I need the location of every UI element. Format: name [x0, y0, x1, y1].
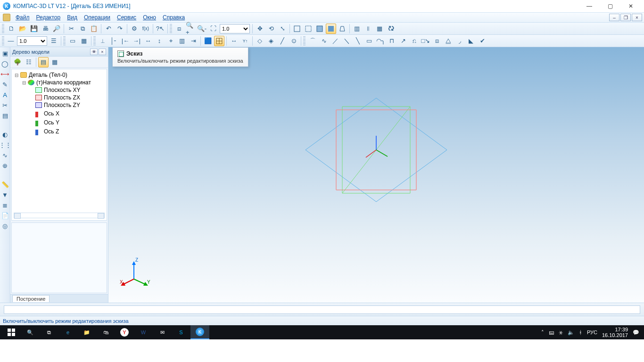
zoom-out-button[interactable]: 🔍-	[197, 24, 207, 34]
wireframe-button[interactable]	[292, 24, 302, 34]
toolbar-grip[interactable]	[2, 24, 4, 33]
line-weight-combo[interactable]: 1.0	[17, 36, 47, 46]
tree-btn-3[interactable]: ▤	[38, 57, 49, 67]
menu-window[interactable]: Окно	[140, 13, 159, 22]
pan-button[interactable]: ✥	[255, 24, 265, 34]
menu-view[interactable]: Вид	[64, 13, 81, 22]
sketch-solve-button[interactable]: ✔	[477, 36, 487, 46]
tree-plane-zy[interactable]: Плоскость ZY	[29, 101, 106, 109]
help-context-button[interactable]: ?↖	[155, 24, 165, 34]
toolbar-grip[interactable]	[63, 36, 66, 46]
helper-geom-button[interactable]: ⊕	[0, 161, 10, 170]
spec-button[interactable]: ≣	[0, 200, 10, 210]
mdi-doc-icon[interactable]	[3, 14, 10, 21]
tree-plane-xy[interactable]: Плоскость XY	[29, 86, 106, 94]
viewport-3d[interactable]: Эскиз Включить/выключить режим редактиро…	[108, 47, 644, 303]
exploded-view-button[interactable]: ⫴	[363, 24, 373, 34]
aux-plane2-button[interactable]: ◈	[266, 36, 276, 46]
menu-help[interactable]: Справка	[159, 13, 188, 22]
tray-up-icon[interactable]: ˄	[541, 329, 544, 336]
snap-center-button[interactable]: |←	[120, 36, 131, 46]
copy-button[interactable]: ⧉	[77, 24, 88, 34]
tree-axis-y[interactable]: Ось Y	[29, 118, 106, 127]
param-button[interactable]: ▤	[0, 111, 10, 120]
constraints-button[interactable]: A	[0, 90, 10, 99]
aux-axis-button[interactable]: ╱	[277, 36, 288, 46]
cut-button[interactable]: ✂	[66, 24, 76, 34]
tree-axis-x[interactable]: Ось X	[29, 109, 106, 118]
paste-button[interactable]: 📋	[89, 24, 99, 34]
tray-volume-icon[interactable]: 🔈	[568, 329, 574, 336]
tree-btn-1[interactable]: 🌳	[12, 57, 23, 67]
open-button[interactable]: 📂	[17, 24, 28, 34]
tray-bt-icon[interactable]: ᚼ	[579, 329, 582, 335]
tray-notifications-icon[interactable]: 💬	[633, 329, 639, 336]
shaded-button[interactable]	[326, 24, 336, 34]
tree-pin-button[interactable]: 👁	[90, 49, 98, 55]
curve-fillet-button[interactable]: ◞	[454, 36, 465, 46]
curve-trim-button[interactable]: ⊓	[387, 36, 397, 46]
filters-button[interactable]: ▼	[0, 190, 10, 199]
curve-mirror-button[interactable]: ⧋	[443, 36, 454, 46]
curve-line-button[interactable]: ／	[330, 36, 340, 46]
curve-arc-button[interactable]: ⌒	[307, 36, 318, 46]
curve-segment-button[interactable]: ╲	[353, 36, 363, 46]
array-button[interactable]: ⋮⋮	[0, 140, 10, 149]
variables-button[interactable]: f(x)	[140, 24, 151, 34]
explorer-button[interactable]: 📁	[77, 325, 96, 339]
curve-offset-button[interactable]: ◠╮	[375, 36, 386, 46]
zoom-in-button[interactable]: 🔍+	[185, 24, 196, 34]
geom-button[interactable]: ◯	[0, 59, 10, 68]
curve-extend-button[interactable]: ↗	[398, 36, 408, 46]
mail-button[interactable]: ✉	[153, 325, 172, 339]
word-button[interactable]: W	[134, 325, 153, 339]
tree-btn-4[interactable]: ▦	[50, 57, 60, 67]
undo-button[interactable]: ↶	[103, 24, 114, 34]
measure-button[interactable]: 📏	[0, 180, 10, 189]
toolbar-grip[interactable]	[303, 36, 305, 46]
tree-origin[interactable]: ⊟(т)Начало координат	[21, 79, 106, 86]
hidden-lines-button[interactable]	[303, 24, 314, 34]
edit-button[interactable]: ✂	[0, 100, 10, 110]
dim-vertical-button[interactable]: Y↑	[240, 36, 250, 46]
yandex-button[interactable]: Y	[115, 325, 134, 339]
curve-relation-button[interactable]: ⧈	[432, 36, 442, 46]
reports-button[interactable]: 📄	[0, 211, 10, 220]
snap-tangent-button[interactable]: ↔	[143, 36, 153, 46]
tray-network-icon[interactable]: ⚹	[559, 329, 563, 336]
menu-service[interactable]: Сервис	[114, 13, 140, 22]
surface-button[interactable]: ◐	[0, 130, 10, 139]
save-button[interactable]: 💾	[29, 24, 39, 34]
tray-battery-icon[interactable]: 🖴	[549, 329, 554, 335]
menu-file[interactable]: Файл	[12, 13, 33, 22]
spatial-curve-button[interactable]: ∿	[0, 150, 10, 160]
tree-tab-build[interactable]: Построение	[12, 295, 50, 302]
mdi-minimize-button[interactable]: –	[609, 14, 619, 21]
menu-ops[interactable]: Операции	[81, 13, 114, 22]
color-fill-button[interactable]: 🟦	[203, 36, 213, 46]
toolbar-grip[interactable]	[2, 36, 4, 46]
preview-button[interactable]: 🔎	[51, 24, 62, 34]
window-minimize-button[interactable]: —	[579, 0, 600, 12]
select-all-button[interactable]: ▦	[79, 36, 89, 46]
aux-plane1-button[interactable]: ◇	[255, 36, 265, 46]
tree-header[interactable]: Дерево модели 👁 ×	[10, 47, 108, 57]
orient-button[interactable]: ⤡	[277, 24, 288, 34]
tray-lang[interactable]: РУС	[587, 329, 597, 335]
shaded-edges-button[interactable]	[314, 24, 325, 34]
curve-project-button[interactable]: □↘	[421, 36, 431, 46]
window-close-button[interactable]: ✕	[620, 0, 641, 12]
mdi-restore-button[interactable]: ❐	[620, 14, 631, 21]
tray-clock[interactable]: 17:39 16.10.2017	[602, 327, 628, 338]
skype-button[interactable]: S	[172, 325, 190, 339]
mdi-close-button[interactable]: ×	[632, 14, 642, 21]
orbit-button[interactable]: ⟲	[266, 24, 276, 34]
curve-break-button[interactable]: ⎌	[409, 36, 420, 46]
print-button[interactable]: 🖶	[40, 24, 50, 34]
command-input[interactable]	[4, 305, 640, 314]
zoom-fit-button[interactable]: ⛶	[208, 24, 218, 34]
menu-edit[interactable]: Редактор	[33, 13, 64, 22]
symbols-button[interactable]: ✎	[0, 80, 10, 89]
curve-polyline-button[interactable]: ＼	[341, 36, 352, 46]
aux-point-button[interactable]: ⊙	[289, 36, 299, 46]
